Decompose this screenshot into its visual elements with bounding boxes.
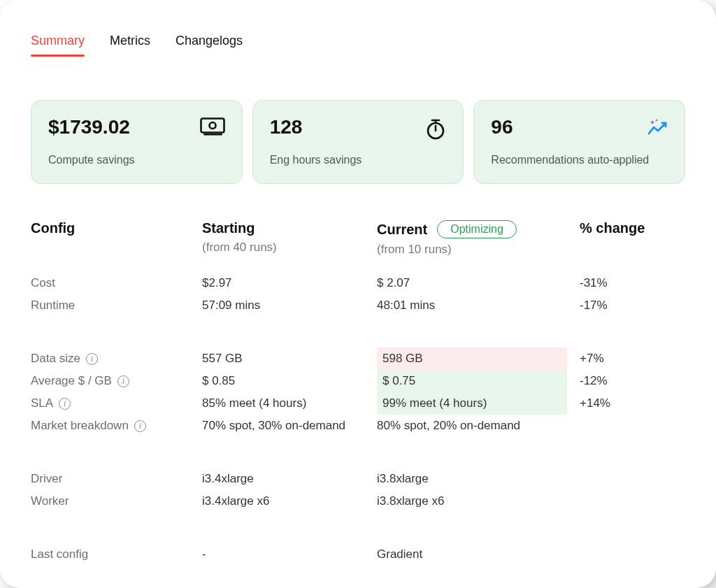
sparkle-chart-icon <box>647 117 668 138</box>
cell-current: Gradient <box>377 543 580 566</box>
row-label-runtime: Runtime <box>31 294 202 317</box>
tab-metrics[interactable]: Metrics <box>110 34 150 58</box>
tab-changelogs[interactable]: Changelogs <box>176 34 243 58</box>
label-text: Market breakdown <box>31 419 129 433</box>
cell-starting: 557 GB <box>202 347 377 370</box>
row-label-data-size: Data size i <box>31 347 202 370</box>
kpi-recommendations: 96 Recommendations auto-applied <box>473 100 685 184</box>
cell-starting: $2.97 <box>202 272 377 294</box>
kpi-compute-savings: $1739.02 Compute savings <box>31 100 243 184</box>
label-text: SLA <box>31 396 53 410</box>
optimizing-badge: Optimizing <box>437 220 517 238</box>
stopwatch-icon <box>425 117 446 143</box>
row-label-last-config: Last config <box>31 543 202 566</box>
header-title: Current Optimizing <box>377 220 580 238</box>
header-title: Starting <box>202 220 377 236</box>
cell-current: 80% spot, 20% on-demand <box>377 415 580 437</box>
cell-starting: $ 0.85 <box>202 370 377 392</box>
cash-icon <box>200 117 225 138</box>
row-label-worker: Worker <box>31 490 202 512</box>
kpi-eng-hours: 128 Eng hours savings <box>252 100 464 184</box>
kpi-label: Compute savings <box>48 154 225 166</box>
col-header-pct: % change <box>580 220 685 272</box>
config-table: Config Starting (from 40 runs) Current O… <box>31 220 685 566</box>
cell-starting: - <box>202 543 377 566</box>
header-sub <box>31 241 202 256</box>
svg-rect-0 <box>201 119 224 133</box>
row-label-cost: Cost <box>31 272 202 294</box>
cell-current: $ 2.07 <box>377 272 580 294</box>
cell-starting: 85% meet (4 hours) <box>202 392 377 415</box>
cell-starting: 57:09 mins <box>202 294 377 317</box>
cell-starting: i3.4xlarge <box>202 468 377 490</box>
col-header-starting: Starting (from 40 runs) <box>202 220 377 272</box>
cell-starting: i3.4xlarge x6 <box>202 490 377 512</box>
kpi-value: $1739.02 <box>48 116 225 138</box>
row-label-driver: Driver <box>31 468 202 490</box>
cell-pct <box>580 543 685 566</box>
kpi-value: 96 <box>491 116 668 138</box>
col-header-current: Current Optimizing (from 10 runs) <box>377 220 580 272</box>
spacer <box>31 437 685 468</box>
cell-pct: -12% <box>580 370 685 392</box>
row-label-sla: SLA i <box>31 392 202 415</box>
kpi-value: 128 <box>270 116 447 138</box>
cell-pct <box>580 490 685 512</box>
tab-summary[interactable]: Summary <box>31 34 85 58</box>
cell-current: 48:01 mins <box>377 294 580 317</box>
header-sub: (from 10 runs) <box>377 243 580 258</box>
header-sub: (from 40 runs) <box>202 241 377 256</box>
info-icon[interactable]: i <box>59 398 71 410</box>
header-title: Config <box>31 220 202 236</box>
row-label-market: Market breakdown i <box>31 415 202 437</box>
label-text: Data size <box>31 352 80 366</box>
info-icon[interactable]: i <box>134 420 146 432</box>
cell-current: $ 0.75 <box>377 370 567 392</box>
row-label-avg: Average $ / GB i <box>31 370 202 392</box>
cell-starting: 70% spot, 30% on-demand <box>202 415 377 437</box>
kpi-row: $1739.02 Compute savings 128 Eng hours s… <box>31 100 685 184</box>
kpi-label: Recommendations auto-applied <box>491 154 668 166</box>
cell-current: 99% meet (4 hours) <box>377 392 567 415</box>
summary-panel: Summary Metrics Changelogs $1739.02 Comp… <box>0 0 716 588</box>
info-icon[interactable]: i <box>86 353 98 365</box>
cell-pct: +14% <box>580 392 685 415</box>
cell-pct <box>580 415 685 437</box>
header-title: % change <box>580 220 685 236</box>
cell-pct: -31% <box>580 272 685 294</box>
svg-rect-2 <box>203 134 222 136</box>
cell-pct <box>580 468 685 490</box>
cell-pct: +7% <box>580 347 685 370</box>
cell-current: i3.8xlarge <box>377 468 580 490</box>
header-text: Current <box>377 222 427 238</box>
svg-point-1 <box>209 122 215 129</box>
info-icon[interactable]: i <box>117 375 129 387</box>
kpi-label: Eng hours savings <box>270 154 447 166</box>
label-text: Average $ / GB <box>31 374 112 388</box>
cell-pct: -17% <box>580 294 685 317</box>
col-header-config: Config <box>31 220 202 272</box>
cell-current: 598 GB <box>377 347 567 370</box>
spacer <box>31 512 685 543</box>
cell-current: i3.8xlarge x6 <box>377 490 580 512</box>
header-sub <box>580 241 685 256</box>
spacer <box>31 317 685 347</box>
tab-bar: Summary Metrics Changelogs <box>31 34 685 58</box>
